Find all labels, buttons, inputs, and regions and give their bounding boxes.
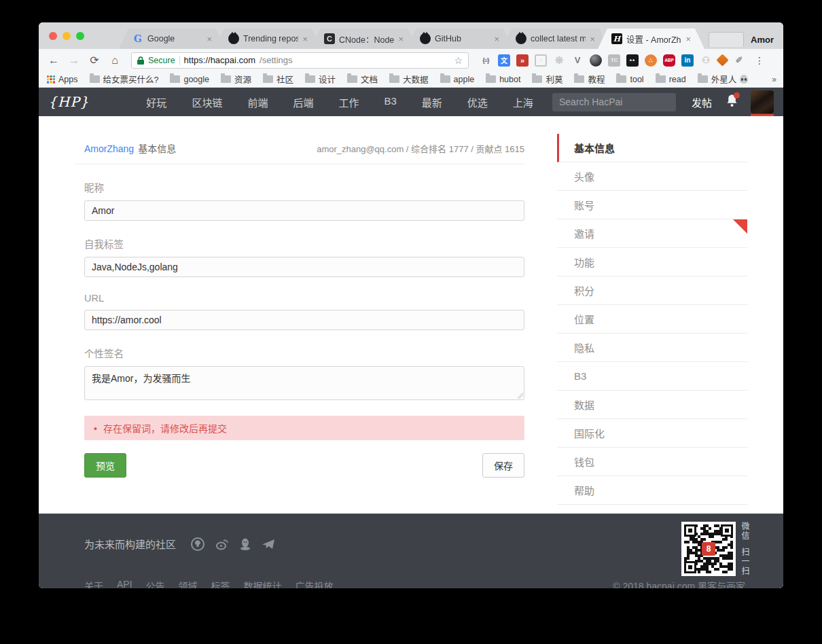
- qr-finder-icon: [721, 524, 733, 537]
- bookmark-folder[interactable]: 利莫: [532, 73, 562, 86]
- adblock-plus-icon[interactable]: ABP: [663, 54, 675, 67]
- reload-button[interactable]: ⟳: [86, 54, 103, 67]
- signature-textarea[interactable]: 我是Amor，为发骚而生: [84, 366, 524, 400]
- sidebar-item[interactable]: 帮助: [557, 476, 747, 505]
- zoom-window-button[interactable]: [76, 32, 84, 40]
- save-button[interactable]: 保存: [482, 453, 524, 478]
- devtools-box-icon[interactable]: ◦: [535, 54, 547, 67]
- footer-link[interactable]: API: [117, 579, 132, 588]
- tab-close-icon[interactable]: ×: [685, 35, 691, 43]
- telegram-icon[interactable]: [262, 538, 275, 550]
- sidebar-item[interactable]: 邀请: [557, 219, 747, 248]
- bookmark-folder[interactable]: apple: [440, 75, 475, 84]
- tc-icon[interactable]: TC: [608, 54, 620, 67]
- forward-button[interactable]: →: [66, 54, 82, 67]
- sidebar-item[interactable]: 账号: [557, 191, 747, 219]
- tab-close-icon[interactable]: ×: [494, 35, 499, 43]
- metamask-fox-icon[interactable]: [716, 54, 728, 66]
- bookmark-folder[interactable]: hubot: [486, 75, 520, 84]
- browser-menu-icon[interactable]: ⋮: [755, 55, 764, 66]
- close-window-button[interactable]: [49, 32, 57, 40]
- text-field[interactable]: [84, 200, 524, 221]
- site-nav-item[interactable]: 区块链: [192, 95, 222, 109]
- sidebar-item[interactable]: 功能: [557, 248, 747, 276]
- json-viewer-icon[interactable]: {≡}: [480, 54, 492, 67]
- bookmark-folder[interactable]: read: [656, 75, 686, 84]
- browser-tab[interactable]: Trending repositori ×: [215, 29, 321, 49]
- text-field[interactable]: [84, 257, 524, 277]
- orange-extension-icon[interactable]: ∴: [645, 54, 657, 67]
- hacpai-logo[interactable]: {HP}: [39, 94, 105, 110]
- minimize-window-button[interactable]: [62, 32, 71, 40]
- sitemap-icon[interactable]: ⚇: [700, 54, 712, 67]
- home-button[interactable]: ⌂: [107, 54, 123, 67]
- footer-link[interactable]: 领域: [179, 579, 198, 588]
- browser-tab[interactable]: G Google ×: [119, 29, 226, 49]
- bookmark-folder[interactable]: 社区: [263, 73, 293, 86]
- sidebar-item[interactable]: 积分: [557, 276, 747, 305]
- weibo-icon[interactable]: [215, 538, 229, 550]
- wand-icon[interactable]: ✐: [733, 54, 745, 67]
- bookmark-folder[interactable]: 设计: [305, 73, 336, 86]
- browser-tab[interactable]: H 设置 - AmorZhang ×: [598, 29, 704, 49]
- search-input[interactable]: [552, 93, 676, 111]
- avatar[interactable]: [751, 90, 774, 113]
- back-button[interactable]: ←: [46, 54, 62, 67]
- footer-link[interactable]: 广告投放: [296, 579, 334, 588]
- sphere-icon[interactable]: [590, 54, 602, 67]
- bookmark-folder[interactable]: 大数据: [389, 73, 429, 86]
- translate-icon[interactable]: 文: [498, 54, 510, 67]
- bookmark-star-icon[interactable]: ☆: [454, 55, 463, 66]
- sidebar-item[interactable]: 位置: [557, 305, 747, 334]
- apps-shortcut[interactable]: Apps: [47, 75, 78, 84]
- site-nav-item[interactable]: 最新: [422, 95, 442, 109]
- sidebar-item[interactable]: 基本信息: [557, 134, 747, 162]
- footer-link[interactable]: 关于: [84, 579, 103, 588]
- bookmark-folder[interactable]: 文档: [347, 73, 378, 86]
- sidebar-item[interactable]: 头像: [557, 162, 747, 191]
- new-tab-shape[interactable]: [709, 32, 744, 47]
- video-speed-icon[interactable]: »: [516, 54, 529, 67]
- bookmark-folder[interactable]: google: [170, 75, 209, 84]
- sidebar-item[interactable]: 国际化: [557, 419, 747, 448]
- browser-tab[interactable]: GitHub ×: [406, 29, 513, 49]
- vue-devtools-icon[interactable]: V: [571, 54, 584, 67]
- tab-close-icon[interactable]: ×: [207, 35, 212, 43]
- address-bar[interactable]: Secure https://hacpai.com /settings ☆: [131, 52, 469, 69]
- tab-close-icon[interactable]: ×: [302, 35, 308, 43]
- bookmark-folder[interactable]: 给女票买什么?: [90, 73, 159, 86]
- site-nav-item[interactable]: B3: [384, 95, 396, 109]
- sidebar-item[interactable]: 数据: [557, 391, 747, 419]
- site-nav-item[interactable]: 工作: [338, 95, 359, 109]
- sidebar-item[interactable]: 隐私: [557, 334, 747, 362]
- atom-icon[interactable]: ❋: [553, 54, 565, 67]
- footer-link[interactable]: 标签: [211, 579, 230, 588]
- username-link[interactable]: AmorZhang: [84, 143, 134, 154]
- linkedin-icon[interactable]: in: [681, 54, 694, 67]
- bookmark-folder[interactable]: tool: [616, 75, 643, 84]
- bookmarks-overflow-icon[interactable]: »: [772, 75, 775, 84]
- notifications-button[interactable]: [726, 94, 738, 110]
- sidebar-item[interactable]: 钱包: [557, 448, 747, 476]
- sidebar-item[interactable]: B3: [557, 362, 747, 391]
- glasses-icon[interactable]: ••: [626, 54, 639, 67]
- site-nav-item[interactable]: 上海: [513, 95, 533, 109]
- tab-close-icon[interactable]: ×: [590, 35, 595, 43]
- post-link[interactable]: 发帖: [692, 95, 712, 109]
- browser-tab[interactable]: collect latest majo ×: [502, 29, 609, 49]
- footer-link[interactable]: 公告: [146, 579, 165, 588]
- site-nav-item[interactable]: 优选: [467, 95, 488, 109]
- tab-close-icon[interactable]: ×: [398, 35, 404, 43]
- footer-link[interactable]: 数据统计: [244, 579, 282, 588]
- github-icon[interactable]: [191, 537, 204, 551]
- bookmark-folder[interactable]: 资源: [221, 73, 251, 86]
- site-nav-item[interactable]: 后端: [293, 95, 313, 109]
- qq-icon[interactable]: [240, 537, 251, 551]
- bookmark-folder[interactable]: 教程: [574, 73, 605, 86]
- preview-button[interactable]: 预览: [84, 453, 126, 478]
- site-nav-item[interactable]: 前端: [247, 95, 268, 109]
- bookmark-folder-alien[interactable]: 外星人: [698, 73, 749, 86]
- site-nav-item[interactable]: 好玩: [146, 95, 166, 109]
- browser-tab[interactable]: C CNode：Node.js专 ×: [310, 29, 417, 49]
- text-field[interactable]: [84, 310, 524, 330]
